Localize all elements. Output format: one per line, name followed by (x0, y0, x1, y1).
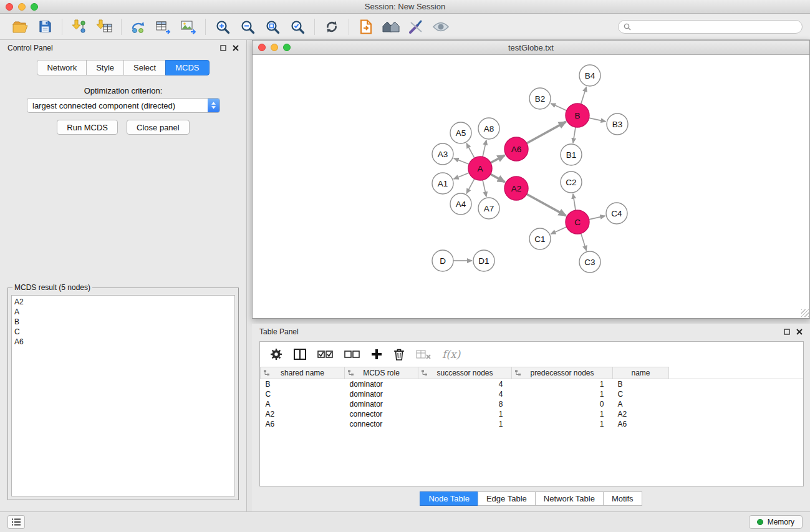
import-table-button[interactable] (92, 16, 117, 37)
table-row[interactable]: A2connector11A2 (261, 409, 804, 419)
result-item[interactable]: A6 (14, 337, 234, 347)
graph-edge-A-A1[interactable] (454, 173, 470, 179)
graph-edge-B-B1[interactable] (573, 127, 576, 143)
table-cell[interactable]: 4 (418, 379, 512, 389)
table-cell[interactable]: dominator (345, 399, 418, 409)
result-item[interactable]: C (14, 327, 234, 337)
tab-style[interactable]: Style (86, 60, 124, 75)
export-image-button[interactable] (176, 16, 201, 37)
export-network-button[interactable] (126, 16, 151, 37)
style-brush-button[interactable] (403, 16, 428, 37)
network-canvas[interactable]: B4B2BB3A5A8A6A3B1AC2A1A2A4A7C4CC1C3DD1 (253, 55, 809, 317)
graph-edge-C-C1[interactable] (551, 227, 566, 234)
table-cell[interactable]: 1 (418, 419, 512, 429)
search-box[interactable] (618, 20, 803, 34)
graph-edge-B-B2[interactable] (551, 104, 566, 110)
result-item[interactable]: A (14, 307, 234, 317)
graph-edge-B-B3[interactable] (589, 118, 606, 122)
search-input[interactable] (634, 22, 797, 31)
column-header-name[interactable]: name (613, 367, 669, 379)
table-cell[interactable]: connector (345, 419, 418, 429)
apply-layout-button[interactable] (319, 16, 344, 37)
graph-edge-A-A3[interactable] (454, 158, 470, 164)
tab-edge-table[interactable]: Edge Table (478, 491, 536, 506)
open-file-button[interactable] (7, 16, 32, 37)
table-row[interactable]: Adominator80A (261, 399, 804, 409)
graph-edge-A-A5[interactable] (466, 143, 475, 158)
table-cell[interactable]: B (613, 379, 669, 389)
zoom-selected-button[interactable] (285, 16, 310, 37)
export-document-button[interactable] (354, 16, 378, 37)
graph-edge-C-C2[interactable] (573, 194, 576, 210)
graph-edge-C-C3[interactable] (581, 233, 587, 251)
import-network-button[interactable] (67, 16, 92, 37)
network-overview-button[interactable] (378, 16, 403, 37)
column-header-successor-nodes[interactable]: successor nodes (418, 367, 512, 379)
table-cell[interactable]: 1 (512, 419, 613, 429)
select-all-button[interactable] (317, 350, 333, 359)
table-cell[interactable]: 8 (418, 399, 512, 409)
network-graph[interactable]: B4B2BB3A5A8A6A3B1AC2A1A2A4A7C4CC1C3DD1 (253, 55, 809, 317)
tab-mcds[interactable]: MCDS (165, 60, 209, 75)
zoom-fit-button[interactable] (260, 16, 285, 37)
float-panel-icon[interactable] (220, 45, 226, 51)
optimization-criterion-select[interactable]: largest connected component (directed) (27, 98, 220, 113)
clear-selection-button[interactable] (344, 350, 360, 359)
network-window-titlebar[interactable]: testGlobe.txt (253, 41, 809, 55)
table-cell[interactable]: A6 (613, 419, 669, 429)
tab-select[interactable]: Select (123, 60, 166, 75)
zoom-in-button[interactable] (210, 16, 235, 37)
table-cell[interactable]: A2 (261, 409, 345, 419)
graph-edge-A-A2[interactable] (491, 174, 505, 182)
panel-menu-button[interactable] (7, 515, 25, 529)
mcds-result-list[interactable]: A2ABCA6 (11, 295, 235, 496)
graph-edge-A-A4[interactable] (466, 179, 475, 194)
table-cell[interactable]: B (261, 379, 345, 389)
minimize-network-window-button[interactable] (271, 44, 278, 51)
graph-edge-A-A7[interactable] (483, 180, 486, 197)
table-cell[interactable]: 1 (512, 379, 613, 389)
float-table-panel-icon[interactable] (784, 329, 790, 335)
result-item[interactable]: A2 (14, 297, 234, 307)
table-row[interactable]: Bdominator41B (261, 379, 804, 389)
graph-edge-A6-B[interactable] (527, 122, 566, 143)
graph-edge-A2-C[interactable] (527, 194, 566, 216)
table-cell[interactable]: C (613, 389, 669, 399)
column-manager-button[interactable] (294, 349, 306, 360)
import-table-grid-button[interactable] (416, 349, 431, 359)
graph-edge-A-A6[interactable] (491, 155, 505, 163)
table-settings-button[interactable] (270, 348, 282, 360)
table-cell[interactable]: dominator (345, 389, 418, 399)
table-cell[interactable]: 1 (512, 389, 613, 399)
table-cell[interactable]: A (261, 399, 345, 409)
close-table-panel-icon[interactable] (796, 329, 803, 335)
resize-grip[interactable] (801, 309, 809, 317)
run-mcds-button[interactable]: Run MCDS (57, 120, 118, 135)
delete-row-button[interactable] (393, 348, 405, 360)
zoom-out-button[interactable] (235, 16, 260, 37)
tab-network[interactable]: Network (37, 60, 87, 75)
zoom-network-window-button[interactable] (283, 44, 291, 51)
table-cell[interactable]: 4 (418, 389, 512, 399)
tab-motifs[interactable]: Motifs (603, 491, 642, 506)
table-row[interactable]: A6connector11A6 (261, 419, 804, 429)
column-header-mcds-role[interactable]: MCDS role (345, 367, 418, 379)
export-table-button[interactable] (151, 16, 176, 37)
tab-node-table[interactable]: Node Table (420, 491, 478, 506)
graph-edge-C-C4[interactable] (589, 216, 605, 220)
memory-button[interactable]: Memory (749, 515, 803, 529)
table-cell[interactable]: C (261, 389, 345, 399)
column-header-predecessor-nodes[interactable]: predecessor nodes (512, 367, 613, 379)
close-network-window-button[interactable] (258, 44, 266, 51)
minimize-window-button[interactable] (18, 3, 26, 11)
table-cell[interactable]: A6 (261, 419, 345, 429)
show-graphics-details-button[interactable] (428, 16, 453, 37)
table-cell[interactable]: 1 (512, 409, 613, 419)
save-session-button[interactable] (32, 16, 57, 37)
close-panel-button[interactable]: Close panel (127, 120, 190, 135)
graph-edge-A-A8[interactable] (483, 140, 486, 157)
graph-edge-B-B4[interactable] (581, 87, 587, 104)
table-cell[interactable]: connector (345, 409, 418, 419)
table-row[interactable]: Cdominator41C (261, 389, 804, 399)
table-cell[interactable]: A (613, 399, 669, 409)
